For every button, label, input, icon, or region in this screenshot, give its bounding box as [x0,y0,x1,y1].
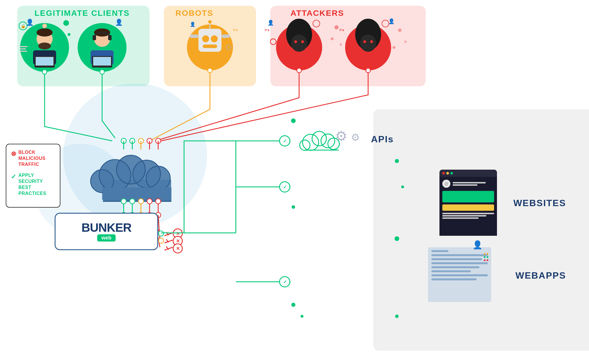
bunkerweb-box: BUNKER web [55,213,158,250]
svg-point-146 [312,131,326,146]
svg-text:✕: ✕ [176,231,180,236]
info-box: ⊗ BLOCKMALICIOUSTRAFFIC ✓ APPLYSECURITYB… [6,144,60,208]
legitimate-clients-title: LEGITIMATE CLIENTS [35,9,130,18]
webapps-label: WEBAPPS [515,270,566,281]
bunker-title: BUNKER [81,222,131,234]
svg-text:✓: ✓ [283,279,287,284]
svg-line-124 [166,246,169,250]
svg-point-142 [291,303,295,307]
svg-point-133 [280,182,290,192]
webapps-mockup [428,247,491,302]
svg-line-122 [166,232,169,235]
svg-text:✕: ✕ [176,246,180,251]
svg-point-135 [280,277,290,287]
svg-line-119 [165,233,173,236]
svg-point-118 [158,238,164,243]
block-x-icon: ⊗ [11,150,16,158]
robots-panel [164,6,256,86]
webapps-person-icon: 👤 [473,240,483,250]
svg-point-140 [292,205,295,209]
legitimate-clients-panel [17,6,150,86]
attackers-title: ATTACKERS [290,9,344,18]
svg-point-145 [303,134,319,150]
svg-point-147 [321,134,335,148]
info-item-apply: ✓ APPLYSECURITYBEST PRACTICES [11,173,55,196]
websites-label: WEBSITES [513,198,566,208]
apply-text: APPLYSECURITYBEST PRACTICES [18,173,55,196]
svg-text:🗝: 🗝 [265,27,270,33]
svg-point-131 [280,136,290,146]
svg-text:✓: ✓ [283,185,287,189]
apply-check-icon: ✓ [11,173,16,181]
block-text: BLOCKMALICIOUSTRAFFIC [18,150,45,167]
svg-line-123 [166,239,169,242]
attackers-panel [270,6,426,86]
svg-text:✕: ✕ [176,239,180,244]
info-item-block: ⊗ BLOCKMALICIOUSTRAFFIC [11,150,55,167]
robots-title: ROBOTS [175,9,213,18]
svg-text:✓: ✓ [283,139,287,143]
svg-point-129 [173,244,182,253]
svg-point-117 [158,231,164,236]
svg-line-121 [165,247,173,250]
bunker-web-badge: web [97,234,115,242]
svg-point-143 [301,315,303,318]
svg-point-148 [328,138,339,150]
svg-line-120 [165,240,173,243]
svg-text:⚙: ⚙ [335,129,347,144]
svg-point-137 [291,118,296,123]
svg-point-127 [173,236,182,246]
svg-point-149 [300,140,310,150]
svg-point-125 [173,229,182,238]
website-mockup: @ [439,170,497,236]
svg-text:⚙: ⚙ [351,132,360,143]
